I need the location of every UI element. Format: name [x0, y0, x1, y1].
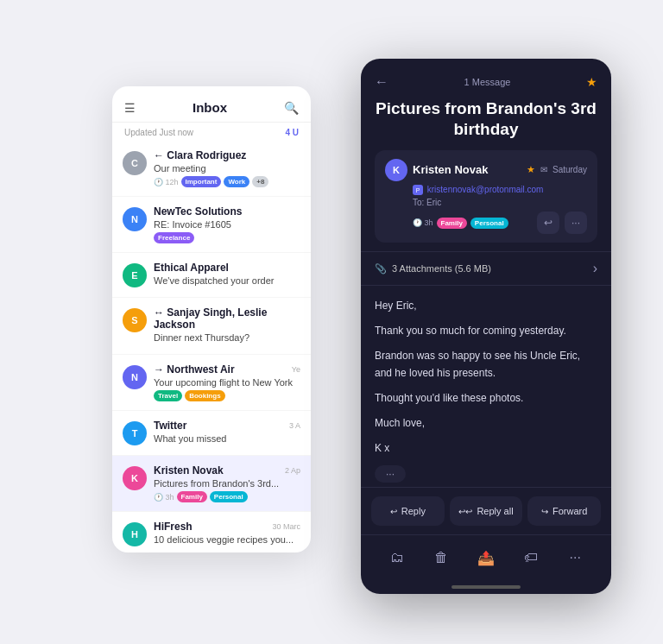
tag-freelance: Freelance: [154, 232, 194, 243]
avatar: H: [123, 522, 147, 546]
reply-quick-button[interactable]: ↩: [537, 212, 559, 234]
detail-header: ← 1 Message ★ Pictures from Brandon's 3r…: [361, 59, 611, 252]
updated-bar: Updated Just now 4 U: [112, 123, 311, 141]
avatar: C: [123, 151, 147, 175]
list-item[interactable]: E Ethical Apparel We've dispatched your …: [112, 253, 311, 298]
mail-subject: Our meeting: [154, 163, 300, 174]
bottom-bar: 🗂 🗑 📤 🏷 ···: [361, 534, 611, 585]
unread-count: 4 U: [285, 128, 299, 137]
trash-button[interactable]: 🗑: [427, 544, 455, 571]
mail-content: Kristen Novak 2 Ap Pictures from Brandon…: [154, 464, 300, 502]
list-item[interactable]: H HiFresh 30 Marc 10 delicious veggie re…: [112, 512, 311, 552]
sender-tags-time: 🕐 3h Family Personal: [385, 218, 508, 229]
move-button[interactable]: 📤: [472, 544, 500, 571]
sender-block: K Kristen Novak ★ ✉ Saturday P kristenno…: [375, 150, 597, 243]
reply-arrow-icon: ↩: [390, 507, 397, 516]
sender-row: HiFresh 30 Marc: [154, 521, 300, 533]
avatar: K: [123, 466, 147, 490]
list-item[interactable]: N → Northwest Air Ye Your upcoming fligh…: [112, 355, 311, 411]
tag-personal: Personal: [470, 218, 508, 229]
reply-button[interactable]: ↩ Reply: [371, 496, 445, 526]
sender-avatar: K: [385, 159, 407, 181]
sender-row: ↔ Sanjay Singh, Leslie Jackson: [154, 306, 300, 331]
sender-email: P kristennovak@protonmail.com: [385, 185, 587, 196]
tag-time: 🕐 12h: [154, 178, 179, 186]
mail-subject: Your upcoming flight to New York: [154, 377, 300, 388]
more-options-button[interactable]: ···: [565, 212, 587, 234]
sender-row: NewTec Solutions: [154, 205, 300, 218]
sender-actions: ↩ ···: [537, 212, 587, 234]
body-line-6: K x: [375, 440, 597, 457]
message-count: 1 Message: [464, 77, 511, 87]
chevron-right-icon: ›: [593, 261, 597, 276]
archive-button[interactable]: 🗂: [383, 544, 411, 571]
tag-work: Work: [224, 176, 249, 187]
avatar: T: [123, 421, 147, 445]
star-filled-icon: ★: [527, 164, 535, 175]
sender-row1: K Kristen Novak ★ ✉ Saturday: [385, 159, 587, 181]
ellipsis-button[interactable]: ···: [375, 465, 406, 483]
sender-row: → Northwest Air Ye: [154, 363, 300, 376]
avatar: N: [123, 365, 147, 389]
body-line-4: Thought you'd like these photos.: [375, 390, 597, 407]
more-bottom-button[interactable]: ···: [561, 544, 589, 571]
inbox-title: Inbox: [193, 100, 227, 115]
mail-content: HiFresh 30 Marc 10 delicious veggie reci…: [154, 521, 300, 547]
inbox-header: ☰ Inbox 🔍: [112, 86, 311, 123]
list-item[interactable]: S ↔ Sanjay Singh, Leslie Jackson Dinner …: [112, 298, 311, 355]
body-line-1: Hey Eric,: [375, 298, 597, 314]
sender-to: To: Eric: [385, 198, 587, 207]
reply-bar: ↩ Reply ↩↩ Reply all ↪ Forward: [361, 487, 611, 534]
mail-subject: We've dispatched your order: [154, 275, 300, 286]
list-item[interactable]: N NewTec Solutions RE: Invoice #1605 Fre…: [112, 197, 311, 253]
tag-time: 🕐 3h: [413, 218, 433, 227]
reply-all-button[interactable]: ↩↩ Reply all: [450, 496, 523, 526]
mail-sender: NewTec Solutions: [154, 205, 242, 218]
mail-sender: Ethical Apparel: [154, 262, 229, 274]
paperclip-icon: 📎: [375, 263, 387, 275]
sender-row: ← Clara Rodriguez: [154, 149, 300, 161]
envelope-icon: ✉: [540, 165, 547, 174]
sender-day: Saturday: [552, 165, 587, 174]
mail-list: C ← Clara Rodriguez Our meeting 🕐 12h Im…: [112, 141, 311, 552]
mail-content: Ethical Apparel We've dispatched your or…: [154, 262, 300, 288]
forward-button[interactable]: ↪ Forward: [527, 496, 601, 526]
detail-panel: ← 1 Message ★ Pictures from Brandon's 3r…: [361, 59, 611, 594]
back-button[interactable]: ←: [375, 74, 388, 90]
sender-row2: 🕐 3h Family Personal ↩ ···: [385, 212, 587, 234]
tag-bookings: Bookings: [185, 390, 224, 401]
home-indicator: [451, 585, 521, 589]
attachments-info: 📎 3 Attachments (5.6 MB): [375, 263, 491, 275]
mail-sender: Twitter: [154, 420, 186, 432]
tag-time: 🕐 3h: [154, 493, 174, 502]
star-icon[interactable]: ★: [586, 75, 597, 89]
mail-time: 2 Ap: [285, 466, 300, 475]
sender-meta-right: ★ ✉ Saturday: [527, 164, 587, 175]
tag-travel: Travel: [154, 390, 182, 401]
sender-row: Kristen Novak 2 Ap: [154, 464, 300, 477]
attachments-row[interactable]: 📎 3 Attachments (5.6 MB) ›: [361, 252, 611, 286]
mail-tags: 🕐 12h Important Work +8: [154, 176, 300, 187]
tag-family: Family: [177, 491, 207, 502]
avatar: S: [123, 308, 147, 332]
mail-subject: What you missed: [154, 433, 300, 444]
list-item[interactable]: K Kristen Novak 2 Ap Pictures from Brand…: [112, 456, 311, 512]
label-button[interactable]: 🏷: [517, 544, 545, 571]
hamburger-icon[interactable]: ☰: [124, 101, 136, 115]
search-icon[interactable]: 🔍: [284, 101, 299, 115]
list-item[interactable]: C ← Clara Rodriguez Our meeting 🕐 12h Im…: [112, 141, 311, 197]
sender-name-wrap: K Kristen Novak: [385, 159, 488, 181]
scene: ☰ Inbox 🔍 Updated Just now 4 U C ← Clara…: [0, 0, 663, 644]
mail-tags: 🕐 3h Family Personal: [154, 491, 300, 502]
detail-nav: ← 1 Message ★: [375, 74, 597, 90]
tag-more: +8: [252, 176, 268, 187]
mail-content: NewTec Solutions RE: Invoice #1605 Freel…: [154, 205, 300, 243]
mail-subject: RE: Invoice #1605: [154, 219, 300, 230]
body-line-3: Brandon was so happy to see his Uncle Er…: [375, 348, 597, 381]
mail-tags: Freelance: [154, 232, 300, 243]
mail-subject: 10 delicious veggie recipes you...: [154, 534, 300, 545]
mail-sender: → Northwest Air: [154, 363, 235, 376]
list-item[interactable]: T Twitter 3 A What you missed: [112, 411, 311, 456]
mail-tags: Travel Bookings: [154, 390, 300, 401]
mail-content: ↔ Sanjay Singh, Leslie Jackson Dinner ne…: [154, 306, 300, 345]
